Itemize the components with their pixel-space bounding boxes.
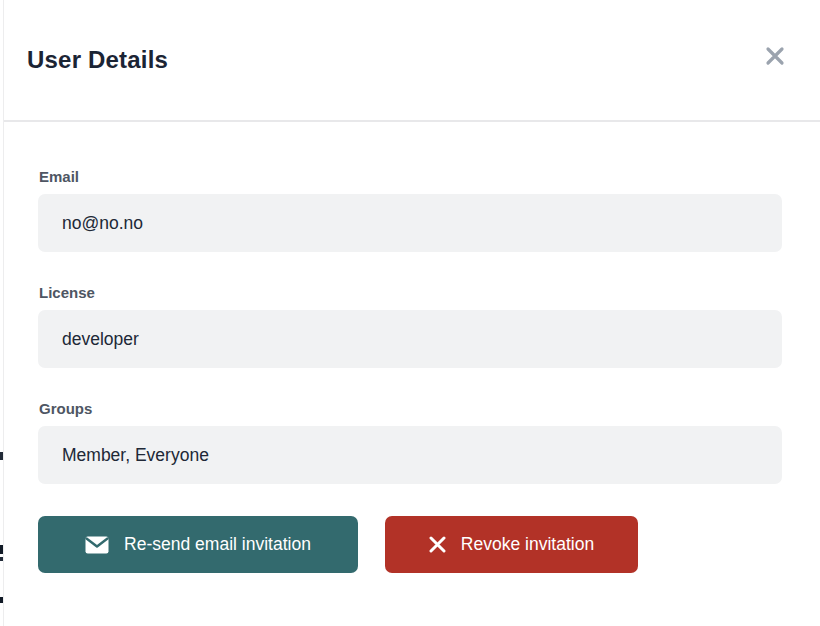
email-field-group: Email [38,168,782,252]
revoke-invitation-button[interactable]: Revoke invitation [385,516,638,573]
revoke-button-label: Revoke invitation [461,534,594,555]
groups-input[interactable] [38,426,782,484]
email-label: Email [39,168,782,185]
user-details-modal: User Details Email License Groups [0,0,820,626]
x-icon [429,536,446,553]
resend-invitation-button[interactable]: Re-send email invitation [38,516,358,573]
modal-title: User Details [27,46,168,74]
email-input[interactable] [38,194,782,252]
modal-body: Email License Groups Re-send email invit… [0,122,820,573]
modal-header: User Details [0,0,820,122]
license-label: License [39,284,782,301]
groups-field-group: Groups [38,400,782,484]
action-buttons: Re-send email invitation Revoke invitati… [38,516,782,573]
modal-left-border [3,0,4,626]
resend-button-label: Re-send email invitation [124,534,311,555]
close-button[interactable] [758,39,792,73]
envelope-icon [85,536,109,554]
underlying-page-edge [0,0,4,626]
close-icon [763,44,787,68]
license-input[interactable] [38,310,782,368]
license-field-group: License [38,284,782,368]
groups-label: Groups [39,400,782,417]
